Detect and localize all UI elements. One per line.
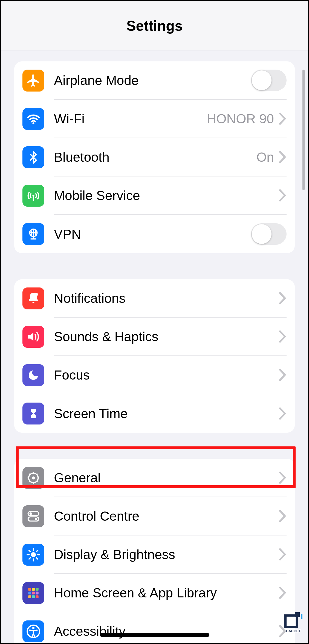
row-label: Home Screen & App Library [54, 585, 279, 600]
page-title: Settings [126, 18, 183, 34]
row-wifi[interactable]: Wi-Fi HONOR 90 [14, 100, 295, 138]
svg-point-0 [32, 122, 34, 124]
airplane-icon [22, 70, 44, 92]
svg-rect-43 [295, 612, 300, 617]
wifi-icon [22, 108, 44, 130]
svg-rect-42 [285, 615, 297, 627]
antenna-icon [22, 185, 44, 207]
svg-point-10 [29, 512, 32, 515]
svg-rect-24 [36, 588, 38, 591]
svg-point-13 [31, 552, 36, 557]
row-label: Notifications [54, 291, 279, 306]
bluetooth-value: On [256, 150, 274, 165]
watermark: GADGET [284, 612, 303, 633]
wifi-value: HONOR 90 [207, 111, 274, 126]
chevron-right-icon [279, 510, 287, 522]
chevron-right-icon [279, 471, 287, 484]
row-label: Mobile Service [54, 188, 279, 203]
svg-rect-26 [32, 592, 35, 594]
chevron-right-icon [279, 407, 287, 420]
svg-rect-28 [28, 595, 31, 598]
row-notifications[interactable]: Notifications [14, 279, 295, 318]
row-home-screen-app-library[interactable]: Home Screen & App Library [14, 574, 295, 612]
svg-point-6 [34, 293, 38, 296]
chevron-right-icon [279, 586, 287, 599]
scrollbar-indicator [302, 70, 305, 190]
header: Settings [1, 1, 308, 50]
settings-group: Airplane Mode Wi-Fi HONOR 90 Bluetooth O… [14, 61, 295, 253]
row-general[interactable]: General [14, 459, 295, 497]
switches-icon [22, 505, 44, 527]
bluetooth-icon [22, 146, 44, 168]
chevron-right-icon [279, 548, 287, 561]
row-label: Focus [54, 367, 279, 383]
row-label: Display & Brightness [54, 547, 279, 562]
svg-rect-30 [36, 595, 38, 598]
row-mobile-service[interactable]: Mobile Service [14, 176, 295, 215]
svg-line-20 [29, 558, 30, 559]
watermark-text: GADGET [286, 629, 301, 633]
chevron-right-icon [279, 112, 287, 125]
row-label: Control Centre [54, 509, 279, 524]
svg-point-32 [32, 627, 34, 629]
chevron-right-icon [279, 330, 287, 343]
globe-stand-icon [22, 223, 44, 245]
svg-point-8 [32, 477, 35, 480]
vpn-toggle[interactable] [251, 223, 287, 245]
svg-rect-29 [32, 595, 35, 598]
chevron-right-icon [279, 292, 287, 304]
row-display-brightness[interactable]: Display & Brightness [14, 535, 295, 574]
moon-icon [22, 364, 44, 386]
row-screen-time[interactable]: Screen Time [14, 394, 295, 433]
svg-rect-22 [28, 588, 31, 591]
svg-rect-27 [36, 592, 38, 594]
row-label: Wi-Fi [54, 111, 207, 126]
chevron-right-icon [279, 189, 287, 202]
app-grid-icon [22, 582, 44, 604]
svg-rect-44 [301, 614, 302, 619]
sun-icon [22, 544, 44, 566]
row-bluetooth[interactable]: Bluetooth On [14, 138, 295, 176]
settings-group: Notifications Sounds & Haptics Focus [14, 279, 295, 433]
row-vpn[interactable]: VPN [14, 215, 295, 253]
row-label: VPN [54, 227, 251, 242]
content: Airplane Mode Wi-Fi HONOR 90 Bluetooth O… [1, 50, 308, 644]
svg-rect-23 [32, 588, 35, 591]
gear-icon [22, 467, 44, 489]
row-sounds-haptics[interactable]: Sounds & Haptics [14, 318, 295, 356]
home-indicator[interactable] [100, 633, 209, 637]
settings-group: General Control Centre Display & Brightn… [14, 459, 295, 644]
row-label: General [54, 470, 279, 485]
row-focus[interactable]: Focus [14, 356, 295, 394]
svg-line-19 [36, 558, 38, 559]
svg-point-12 [35, 518, 37, 520]
svg-line-21 [36, 550, 38, 552]
chevron-right-icon [279, 151, 287, 163]
row-airplane-mode[interactable]: Airplane Mode [14, 61, 295, 100]
accessibility-icon [22, 620, 44, 642]
chevron-right-icon [279, 369, 287, 381]
row-accessibility[interactable]: Accessibility [14, 612, 295, 644]
bell-icon [22, 287, 44, 309]
svg-rect-25 [28, 592, 31, 594]
row-label: Airplane Mode [54, 73, 251, 88]
row-label: Sounds & Haptics [54, 329, 279, 344]
svg-line-18 [29, 550, 30, 552]
row-label: Bluetooth [54, 150, 256, 165]
row-label: Screen Time [54, 406, 279, 421]
speaker-icon [22, 326, 44, 348]
hourglass-icon [22, 403, 44, 424]
airplane-toggle[interactable] [251, 70, 287, 91]
row-control-centre[interactable]: Control Centre [14, 497, 295, 535]
